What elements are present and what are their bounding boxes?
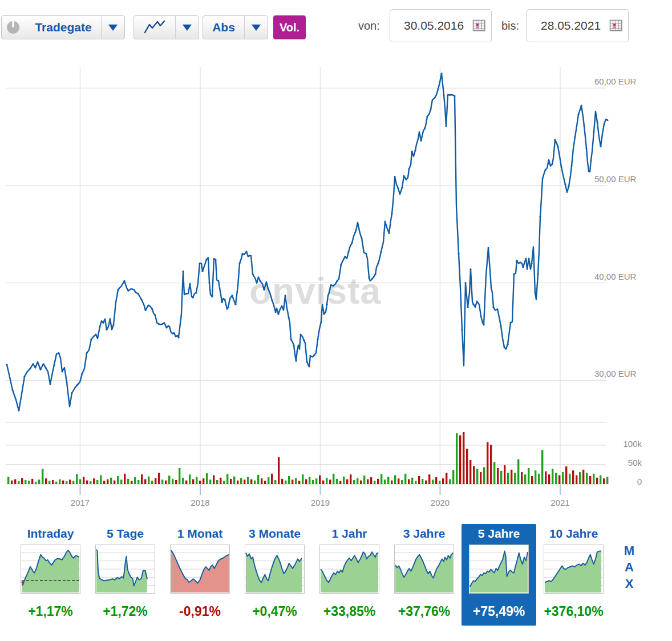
volume-toggle-button[interactable]: Vol. [273,15,306,39]
period-button-3-jahre[interactable]: 3 Jahre+37,76% [387,524,462,626]
price-point [278,313,280,315]
price-point [18,410,20,412]
date-to-label: bis: [501,19,519,33]
date-to-field[interactable] [527,9,629,42]
period-change-value: -0,91% [163,604,237,619]
price-point [434,97,436,99]
volume-bar [589,476,591,484]
date-to-input[interactable] [527,18,609,33]
date-from-label: von: [358,19,380,33]
volume-bar [151,481,153,484]
price-point [290,338,292,340]
chart-type-dropdown-button[interactable] [175,16,199,39]
price-point [430,108,432,110]
price-point [249,255,250,256]
volume-bar [418,476,420,484]
chart-type-select[interactable] [133,15,199,39]
price-point [235,304,237,305]
price-axis-label: 50,00 EUR [594,174,637,184]
period-button-5-tage[interactable]: 5 Tage+1,72% [88,524,163,626]
volume-bar [305,479,307,484]
price-point [183,271,184,272]
price-point [398,188,399,190]
price-axis-label: 40,00 EUR [594,272,637,281]
volume-bar [14,479,16,484]
volume-bar [168,475,170,484]
price-point [82,373,83,374]
price-point [326,304,328,305]
period-button-10-jahre[interactable]: 10 Jahre+376,10% [536,524,611,626]
price-point [141,299,143,300]
volume-bar [593,474,594,484]
volume-bar [466,449,468,484]
exchange-label: Tradegate [35,21,91,34]
price-point [232,295,233,296]
scale-dropdown-button[interactable] [244,16,268,39]
volume-bar [172,479,173,484]
volume-bar [261,478,262,484]
period-label: 10 Jahre [536,526,611,541]
volume-bar [179,468,180,484]
volume-bar [562,472,564,484]
volume-axis-label: 50k [628,458,642,467]
price-point [358,228,360,229]
period-sparkline [245,545,305,594]
price-point [128,290,129,292]
price-point [497,308,499,310]
volume-bar [110,478,112,484]
price-point [402,187,403,188]
period-button-3-monate[interactable]: 3 Monate+0,47% [237,524,312,626]
price-point [133,289,135,291]
price-point [590,159,592,161]
price-point [540,216,541,217]
price-point [295,360,297,362]
volume-bar [579,472,581,484]
volume-bar [401,480,403,484]
volume-bar [456,433,458,484]
price-point [314,354,315,356]
price-point [391,213,393,215]
period-max-button[interactable]: MAX [620,542,639,592]
price-point [298,344,299,346]
volume-bar [504,465,505,484]
volume-bar [292,479,293,484]
scale-label: Abs [212,21,235,34]
price-point [12,389,14,391]
period-label: 1 Jahr [312,526,387,541]
price-point [369,277,370,279]
period-sparkline [394,545,454,594]
period-button-intraday[interactable]: Intraday+1,17% [13,524,88,626]
volume-bar [158,473,160,484]
date-from-field[interactable] [390,9,492,42]
price-point [35,367,37,369]
volume-bar [79,479,81,484]
price-point [491,287,492,289]
period-button-1-monat[interactable]: 1 Monat-0,91% [163,524,237,626]
price-point [54,364,55,366]
price-point [366,253,367,255]
calendar-icon[interactable] [609,19,624,33]
volume-bar [83,477,84,484]
volume-bar [244,479,245,484]
volume-bar [233,477,235,484]
price-point [118,289,119,291]
line-chart-icon [134,16,175,39]
price-point [124,280,126,282]
exchange-dropdown-button[interactable] [101,16,124,39]
volume-bar [285,481,286,484]
price-point [189,283,191,285]
volume-bar [432,479,434,484]
scale-select[interactable]: Abs [203,15,268,39]
period-button-1-jahr[interactable]: 1 Jahr+33,85% [312,524,387,626]
period-label: 1 Monat [163,526,237,541]
chevron-down-icon [183,25,192,31]
year-label: 2021 [550,498,569,507]
volume-bar [90,481,91,484]
calendar-icon[interactable] [472,19,487,33]
exchange-select[interactable]: Tradegate [1,15,125,39]
price-axis-label: 60,00 EUR [594,76,637,86]
volume-bar [42,469,43,484]
date-from-input[interactable] [390,18,472,33]
period-button-5-jahre[interactable]: 5 Jahre+75,49% [462,524,536,626]
price-point [500,325,502,326]
